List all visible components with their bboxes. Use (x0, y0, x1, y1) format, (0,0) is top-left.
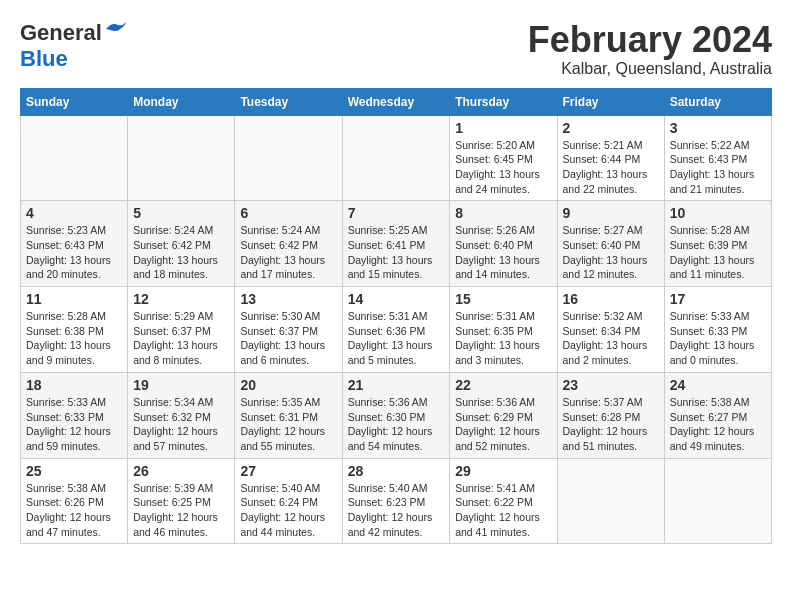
day-number: 4 (26, 205, 122, 221)
calendar-cell: 28Sunrise: 5:40 AM Sunset: 6:23 PM Dayli… (342, 458, 450, 544)
calendar-week-row: 25Sunrise: 5:38 AM Sunset: 6:26 PM Dayli… (21, 458, 772, 544)
weekday-header-friday: Friday (557, 88, 664, 115)
day-info: Sunrise: 5:35 AM Sunset: 6:31 PM Dayligh… (240, 395, 336, 454)
weekday-header-monday: Monday (128, 88, 235, 115)
page-header: General Blue February 2024 Kalbar, Queen… (20, 20, 772, 78)
calendar-cell: 8Sunrise: 5:26 AM Sunset: 6:40 PM Daylig… (450, 201, 557, 287)
day-info: Sunrise: 5:28 AM Sunset: 6:38 PM Dayligh… (26, 309, 122, 368)
day-number: 19 (133, 377, 229, 393)
calendar-cell: 4Sunrise: 5:23 AM Sunset: 6:43 PM Daylig… (21, 201, 128, 287)
day-number: 18 (26, 377, 122, 393)
calendar-table: SundayMondayTuesdayWednesdayThursdayFrid… (20, 88, 772, 545)
day-number: 22 (455, 377, 551, 393)
day-info: Sunrise: 5:37 AM Sunset: 6:28 PM Dayligh… (563, 395, 659, 454)
day-info: Sunrise: 5:40 AM Sunset: 6:23 PM Dayligh… (348, 481, 445, 540)
day-info: Sunrise: 5:20 AM Sunset: 6:45 PM Dayligh… (455, 138, 551, 197)
day-info: Sunrise: 5:41 AM Sunset: 6:22 PM Dayligh… (455, 481, 551, 540)
day-number: 9 (563, 205, 659, 221)
calendar-cell: 5Sunrise: 5:24 AM Sunset: 6:42 PM Daylig… (128, 201, 235, 287)
day-number: 23 (563, 377, 659, 393)
calendar-cell: 6Sunrise: 5:24 AM Sunset: 6:42 PM Daylig… (235, 201, 342, 287)
day-number: 12 (133, 291, 229, 307)
day-number: 26 (133, 463, 229, 479)
day-info: Sunrise: 5:31 AM Sunset: 6:35 PM Dayligh… (455, 309, 551, 368)
calendar-cell: 16Sunrise: 5:32 AM Sunset: 6:34 PM Dayli… (557, 287, 664, 373)
logo: General Blue (20, 20, 126, 72)
calendar-cell (128, 115, 235, 201)
day-number: 10 (670, 205, 766, 221)
day-number: 3 (670, 120, 766, 136)
title-section: February 2024 Kalbar, Queensland, Austra… (528, 20, 772, 78)
day-number: 29 (455, 463, 551, 479)
calendar-cell: 19Sunrise: 5:34 AM Sunset: 6:32 PM Dayli… (128, 372, 235, 458)
calendar-cell: 25Sunrise: 5:38 AM Sunset: 6:26 PM Dayli… (21, 458, 128, 544)
day-number: 24 (670, 377, 766, 393)
weekday-header-thursday: Thursday (450, 88, 557, 115)
day-number: 27 (240, 463, 336, 479)
calendar-cell (342, 115, 450, 201)
calendar-cell: 13Sunrise: 5:30 AM Sunset: 6:37 PM Dayli… (235, 287, 342, 373)
calendar-cell: 15Sunrise: 5:31 AM Sunset: 6:35 PM Dayli… (450, 287, 557, 373)
calendar-cell: 24Sunrise: 5:38 AM Sunset: 6:27 PM Dayli… (664, 372, 771, 458)
calendar-cell: 9Sunrise: 5:27 AM Sunset: 6:40 PM Daylig… (557, 201, 664, 287)
calendar-title: February 2024 (528, 20, 772, 60)
weekday-header-wednesday: Wednesday (342, 88, 450, 115)
calendar-cell (21, 115, 128, 201)
day-info: Sunrise: 5:32 AM Sunset: 6:34 PM Dayligh… (563, 309, 659, 368)
day-number: 17 (670, 291, 766, 307)
calendar-cell: 14Sunrise: 5:31 AM Sunset: 6:36 PM Dayli… (342, 287, 450, 373)
day-info: Sunrise: 5:25 AM Sunset: 6:41 PM Dayligh… (348, 223, 445, 282)
calendar-cell: 17Sunrise: 5:33 AM Sunset: 6:33 PM Dayli… (664, 287, 771, 373)
calendar-cell: 2Sunrise: 5:21 AM Sunset: 6:44 PM Daylig… (557, 115, 664, 201)
calendar-cell: 29Sunrise: 5:41 AM Sunset: 6:22 PM Dayli… (450, 458, 557, 544)
weekday-header-tuesday: Tuesday (235, 88, 342, 115)
calendar-cell: 10Sunrise: 5:28 AM Sunset: 6:39 PM Dayli… (664, 201, 771, 287)
day-info: Sunrise: 5:38 AM Sunset: 6:27 PM Dayligh… (670, 395, 766, 454)
day-info: Sunrise: 5:28 AM Sunset: 6:39 PM Dayligh… (670, 223, 766, 282)
calendar-cell (664, 458, 771, 544)
weekday-header-row: SundayMondayTuesdayWednesdayThursdayFrid… (21, 88, 772, 115)
logo-bird-icon (104, 20, 126, 38)
day-info: Sunrise: 5:21 AM Sunset: 6:44 PM Dayligh… (563, 138, 659, 197)
calendar-cell: 26Sunrise: 5:39 AM Sunset: 6:25 PM Dayli… (128, 458, 235, 544)
calendar-cell: 23Sunrise: 5:37 AM Sunset: 6:28 PM Dayli… (557, 372, 664, 458)
calendar-subtitle: Kalbar, Queensland, Australia (528, 60, 772, 78)
calendar-cell: 3Sunrise: 5:22 AM Sunset: 6:43 PM Daylig… (664, 115, 771, 201)
day-number: 13 (240, 291, 336, 307)
day-number: 21 (348, 377, 445, 393)
logo-general: General (20, 20, 102, 46)
day-info: Sunrise: 5:36 AM Sunset: 6:30 PM Dayligh… (348, 395, 445, 454)
day-info: Sunrise: 5:22 AM Sunset: 6:43 PM Dayligh… (670, 138, 766, 197)
day-info: Sunrise: 5:33 AM Sunset: 6:33 PM Dayligh… (26, 395, 122, 454)
calendar-cell: 20Sunrise: 5:35 AM Sunset: 6:31 PM Dayli… (235, 372, 342, 458)
day-info: Sunrise: 5:27 AM Sunset: 6:40 PM Dayligh… (563, 223, 659, 282)
calendar-cell (235, 115, 342, 201)
day-number: 1 (455, 120, 551, 136)
day-info: Sunrise: 5:39 AM Sunset: 6:25 PM Dayligh… (133, 481, 229, 540)
day-number: 16 (563, 291, 659, 307)
day-info: Sunrise: 5:30 AM Sunset: 6:37 PM Dayligh… (240, 309, 336, 368)
calendar-cell: 21Sunrise: 5:36 AM Sunset: 6:30 PM Dayli… (342, 372, 450, 458)
calendar-cell: 12Sunrise: 5:29 AM Sunset: 6:37 PM Dayli… (128, 287, 235, 373)
day-info: Sunrise: 5:29 AM Sunset: 6:37 PM Dayligh… (133, 309, 229, 368)
day-number: 15 (455, 291, 551, 307)
day-info: Sunrise: 5:40 AM Sunset: 6:24 PM Dayligh… (240, 481, 336, 540)
calendar-cell: 27Sunrise: 5:40 AM Sunset: 6:24 PM Dayli… (235, 458, 342, 544)
calendar-cell: 11Sunrise: 5:28 AM Sunset: 6:38 PM Dayli… (21, 287, 128, 373)
weekday-header-sunday: Sunday (21, 88, 128, 115)
day-number: 14 (348, 291, 445, 307)
calendar-cell (557, 458, 664, 544)
day-info: Sunrise: 5:26 AM Sunset: 6:40 PM Dayligh… (455, 223, 551, 282)
day-number: 11 (26, 291, 122, 307)
day-info: Sunrise: 5:23 AM Sunset: 6:43 PM Dayligh… (26, 223, 122, 282)
day-info: Sunrise: 5:34 AM Sunset: 6:32 PM Dayligh… (133, 395, 229, 454)
day-info: Sunrise: 5:24 AM Sunset: 6:42 PM Dayligh… (240, 223, 336, 282)
logo-blue: Blue (20, 46, 68, 71)
weekday-header-saturday: Saturday (664, 88, 771, 115)
day-number: 8 (455, 205, 551, 221)
day-number: 20 (240, 377, 336, 393)
calendar-cell: 18Sunrise: 5:33 AM Sunset: 6:33 PM Dayli… (21, 372, 128, 458)
day-number: 25 (26, 463, 122, 479)
day-info: Sunrise: 5:24 AM Sunset: 6:42 PM Dayligh… (133, 223, 229, 282)
calendar-cell: 22Sunrise: 5:36 AM Sunset: 6:29 PM Dayli… (450, 372, 557, 458)
